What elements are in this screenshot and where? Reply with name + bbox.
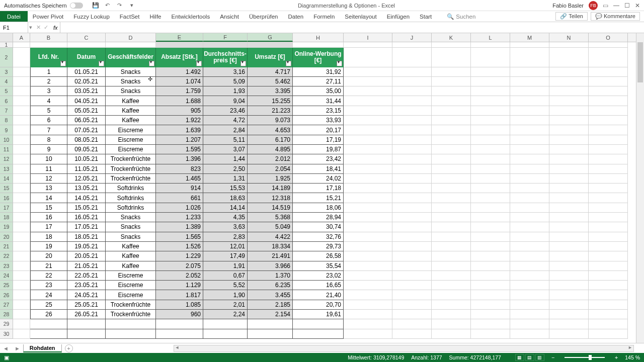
cell[interactable]	[510, 86, 549, 96]
tab-factset[interactable]: FactSet	[115, 11, 145, 22]
cell[interactable]: 25	[30, 300, 67, 310]
cell[interactable]	[344, 164, 392, 174]
cell[interactable]	[344, 184, 392, 193]
tab-start[interactable]: Start	[415, 11, 437, 22]
cell[interactable]: 3,07	[203, 145, 248, 154]
cell[interactable]	[392, 222, 432, 232]
cell[interactable]	[471, 42, 510, 48]
cell[interactable]: 1.207	[156, 135, 203, 145]
cell[interactable]	[13, 222, 30, 232]
col-header-C[interactable]: C	[67, 33, 106, 42]
cell[interactable]: 21.223	[248, 106, 293, 116]
cell[interactable]	[13, 203, 30, 213]
col-header-N[interactable]: N	[549, 33, 589, 42]
cell[interactable]: 3.455	[248, 290, 293, 300]
cell[interactable]	[392, 184, 432, 193]
cell[interactable]	[13, 106, 30, 116]
cell[interactable]	[510, 48, 549, 67]
cell[interactable]	[392, 125, 432, 135]
cell[interactable]	[432, 42, 471, 48]
row-header[interactable]: 4	[0, 77, 13, 86]
cell[interactable]: 1,90	[203, 290, 248, 300]
tab-einfügen[interactable]: Einfügen	[382, 11, 415, 22]
filter-dropdown-icon[interactable]	[196, 61, 202, 66]
cell[interactable]	[510, 251, 549, 261]
cell[interactable]	[13, 67, 30, 77]
cell[interactable]: 26,58	[293, 251, 344, 261]
spreadsheet-grid[interactable]: ABCDEFGHIJKLMNO 12Lfd. Nr.DatumGeschäfts…	[0, 33, 644, 343]
cell[interactable]: 1,44	[203, 154, 248, 164]
cell[interactable]	[248, 319, 293, 329]
cell[interactable]: 12	[30, 174, 67, 184]
cell[interactable]	[432, 77, 471, 86]
cell[interactable]	[13, 232, 30, 242]
cell[interactable]	[432, 135, 471, 145]
cell[interactable]: Snacks	[106, 67, 156, 77]
cell[interactable]: 06.05.21	[67, 116, 106, 125]
cell[interactable]: 25.05.21	[67, 300, 106, 310]
cell[interactable]	[589, 48, 628, 67]
cell[interactable]	[549, 261, 589, 271]
cell[interactable]: 4	[30, 96, 67, 106]
cell[interactable]	[344, 329, 392, 339]
filter-dropdown-icon[interactable]	[60, 61, 66, 66]
cell[interactable]	[510, 329, 549, 339]
cell[interactable]	[471, 96, 510, 106]
cell[interactable]	[432, 96, 471, 106]
cell[interactable]	[471, 203, 510, 213]
cell[interactable]	[432, 125, 471, 135]
cell[interactable]	[344, 135, 392, 145]
cell[interactable]	[589, 96, 628, 106]
cell[interactable]	[392, 261, 432, 271]
cell[interactable]: 12.318	[248, 193, 293, 203]
cell[interactable]: Eiscreme	[106, 281, 156, 290]
cell[interactable]: Kaffee	[106, 242, 156, 251]
cell[interactable]	[392, 135, 432, 145]
cell[interactable]	[589, 145, 628, 154]
col-header-E[interactable]: E	[156, 33, 203, 42]
cell[interactable]: 31,44	[293, 96, 344, 106]
cell[interactable]: 5.462	[248, 77, 293, 86]
ribbon-display-icon[interactable]: ▭	[603, 2, 608, 9]
row-header[interactable]: 16	[0, 193, 13, 203]
cell[interactable]	[392, 271, 432, 281]
cell[interactable]	[549, 329, 589, 339]
cell[interactable]	[510, 125, 549, 135]
cell[interactable]: 2.154	[248, 310, 293, 319]
cell[interactable]: 18.334	[248, 242, 293, 251]
cell[interactable]	[13, 300, 30, 310]
cell[interactable]: Snacks	[106, 86, 156, 96]
redo-icon[interactable]: ↷	[116, 2, 123, 9]
cell[interactable]	[344, 106, 392, 116]
cell[interactable]	[549, 271, 589, 281]
cell[interactable]: 03.05.21	[67, 86, 106, 96]
cell[interactable]: 17.05.21	[67, 222, 106, 232]
cell[interactable]	[510, 281, 549, 290]
share-button[interactable]: 🔗 Teilen	[555, 12, 588, 21]
cell[interactable]: 4.717	[248, 67, 293, 77]
cell[interactable]: 3	[30, 86, 67, 96]
cell[interactable]	[471, 281, 510, 290]
row-header[interactable]: 27	[0, 300, 13, 310]
cell[interactable]	[549, 42, 589, 48]
cell[interactable]: 18,41	[293, 164, 344, 174]
cell[interactable]: Kaffee	[106, 251, 156, 261]
tab-entwicklertools[interactable]: Entwicklertools	[166, 11, 215, 22]
row-header[interactable]: 5	[0, 86, 13, 96]
cell[interactable]	[549, 213, 589, 222]
cell[interactable]	[344, 319, 392, 329]
cell[interactable]	[248, 329, 293, 339]
cell[interactable]	[549, 290, 589, 300]
cell[interactable]	[432, 329, 471, 339]
cell[interactable]: 22	[30, 271, 67, 281]
cell[interactable]: 1.129	[156, 281, 203, 290]
cell[interactable]	[13, 251, 30, 261]
cell[interactable]	[13, 116, 30, 125]
view-pagelayout-icon[interactable]: ▤	[525, 354, 534, 361]
cell[interactable]: 2.012	[248, 154, 293, 164]
cell[interactable]	[67, 319, 106, 329]
cell[interactable]: 23,15	[293, 106, 344, 116]
cell[interactable]	[67, 42, 106, 48]
cell[interactable]	[549, 125, 589, 135]
cell[interactable]	[392, 116, 432, 125]
